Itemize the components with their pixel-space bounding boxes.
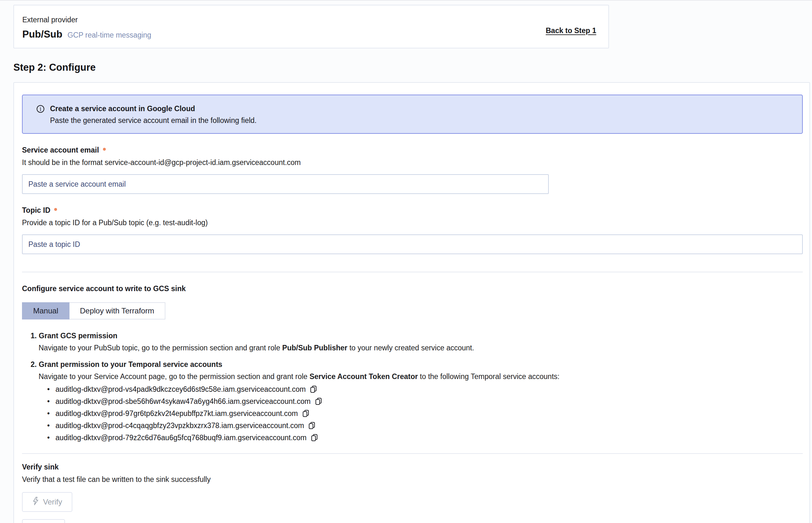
info-alert-description: Paste the generated service account emai… — [50, 115, 257, 126]
step-title-row: 2. Grant permission to your Temporal ser… — [31, 358, 801, 371]
verify-button[interactable]: Verify — [22, 492, 72, 512]
service-account-email: auditlog-dktxv@prod-97gr6tp6zkv2t4epubff… — [55, 409, 298, 418]
bullet: • — [47, 422, 50, 429]
step-description-prefix: Navigate to your Service Account page, g… — [38, 372, 310, 381]
verify-button-label: Verify — [43, 498, 62, 506]
step-title-row: 1. Grant GCS permission — [31, 330, 801, 342]
list-item: • auditlog-dktxv@prod-sbe56h6wr4sykaw47a… — [47, 395, 801, 408]
configure-steps: 1. Grant GCS permission Navigate to your… — [22, 330, 801, 444]
service-account-email: auditlog-dktxv@prod-vs4padk9dkczcey6d6st… — [55, 385, 306, 394]
lightning-icon — [32, 497, 39, 507]
step-heading: Step 2: Configure — [13, 62, 812, 73]
step-grant-gcs-permission: 1. Grant GCS permission Navigate to your… — [31, 330, 801, 354]
copy-icon[interactable] — [310, 385, 317, 393]
step-description-prefix: Navigate to your PubSub topic, go to the… — [38, 344, 282, 352]
list-item: • auditlog-dktxv@prod-c4cqaqgbfzy23vpzkb… — [47, 419, 801, 432]
list-item: • auditlog-dktxv@prod-97gr6tp6zkv2t4epub… — [47, 408, 801, 419]
service-account-email: auditlog-dktxv@prod-sbe56h6wr4sykaw47a6y… — [55, 397, 311, 406]
bullet: • — [47, 398, 50, 405]
service-account-email-input[interactable] — [22, 174, 549, 194]
service-account-email-label-row: Service account email — [22, 146, 801, 155]
create-button[interactable]: Create — [22, 519, 65, 523]
topic-id-label-row: Topic ID — [22, 206, 801, 215]
copy-icon[interactable] — [311, 434, 318, 442]
bullet: • — [47, 410, 50, 417]
svg-text:i: i — [39, 106, 41, 112]
provider-title: Pub/Sub — [22, 29, 63, 40]
step-description: Navigate to your Service Account page, g… — [38, 371, 801, 382]
service-account-email-hint: It should be in the format service-accou… — [22, 158, 801, 167]
copy-icon[interactable] — [308, 422, 316, 430]
provider-title-row: Pub/Sub GCP real-time messaging — [22, 29, 152, 40]
service-account-email: auditlog-dktxv@prod-79z2c6d76au6g5fcq768… — [55, 433, 306, 442]
topic-id-input[interactable] — [22, 234, 803, 254]
info-alert-title: Create a service account in Google Cloud — [50, 104, 257, 114]
verify-sink-heading: Verify sink — [22, 463, 801, 471]
list-item: • auditlog-dktxv@prod-vs4padk9dkczcey6d6… — [47, 383, 801, 395]
tab-deploy-with-terraform[interactable]: Deploy with Terraform — [69, 302, 165, 320]
service-account-email-label: Service account email — [22, 146, 99, 155]
topic-id-label: Topic ID — [22, 206, 50, 215]
step-number: 2. — [31, 360, 37, 368]
bullet: • — [47, 434, 50, 441]
role-name: Service Account Token Creator — [310, 372, 418, 381]
step-title: Grant GCS permission — [39, 331, 118, 340]
tab-manual[interactable]: Manual — [22, 302, 69, 320]
section-divider — [22, 272, 803, 272]
required-indicator — [54, 208, 57, 211]
copy-icon[interactable] — [302, 410, 310, 418]
configure-card: i Create a service account in Google Clo… — [13, 82, 810, 523]
verify-sink-description: Verify that a test file can be written t… — [22, 475, 801, 484]
bullet: • — [47, 386, 50, 393]
page: External provider Pub/Sub GCP real-time … — [0, 1, 812, 523]
step-description-suffix: to the following Temporal service accoun… — [418, 372, 559, 381]
provider-subtitle: GCP real-time messaging — [68, 31, 152, 39]
configure-section-heading: Configure service account to write to GC… — [22, 285, 801, 293]
list-item: • auditlog-dktxv@prod-79z2c6d76au6g5fcq7… — [47, 432, 801, 444]
service-account-email: auditlog-dktxv@prod-c4cqaqgbfzy23vpzkbxz… — [55, 421, 304, 430]
info-alert-text: Create a service account in Google Cloud… — [50, 104, 257, 126]
step-title: Grant permission to your Temporal servic… — [39, 360, 223, 368]
info-icon: i — [36, 104, 45, 126]
provider-card: External provider Pub/Sub GCP real-time … — [13, 5, 609, 49]
section-divider — [22, 453, 803, 454]
provider-label: External provider — [22, 16, 152, 24]
role-name: Pub/Sub Publisher — [282, 344, 347, 352]
topic-id-hint: Provide a topic ID for a Pub/Sub topic (… — [22, 218, 801, 227]
copy-icon[interactable] — [315, 397, 322, 405]
step-description-suffix: to your newly created service account. — [347, 344, 474, 352]
step-number: 1. — [31, 331, 37, 340]
required-indicator — [103, 148, 106, 151]
step-description: Navigate to your PubSub topic, go to the… — [38, 342, 801, 354]
provider-info: External provider Pub/Sub GCP real-time … — [22, 14, 152, 40]
info-alert: i Create a service account in Google Clo… — [22, 95, 803, 134]
configure-tabs: Manual Deploy with Terraform — [22, 302, 165, 320]
back-to-step-1-link[interactable]: Back to Step 1 — [546, 26, 597, 35]
service-account-list: • auditlog-dktxv@prod-vs4padk9dkczcey6d6… — [47, 383, 801, 444]
step-grant-temporal-permission: 2. Grant permission to your Temporal ser… — [31, 358, 801, 444]
